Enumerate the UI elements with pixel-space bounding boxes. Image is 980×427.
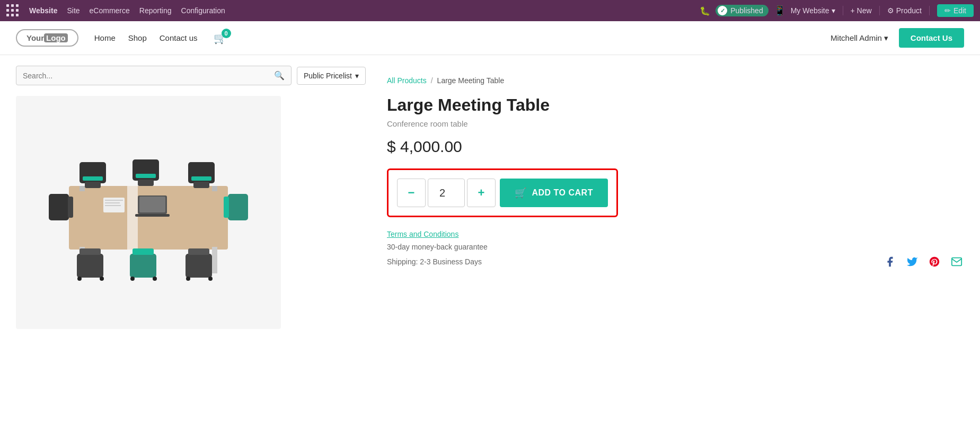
quantity-increase-button[interactable]: + [467, 179, 496, 207]
my-website-dropdown[interactable]: My Website ▾ [791, 6, 835, 15]
svg-rect-30 [136, 174, 156, 178]
search-input-wrap[interactable]: 🔍 [16, 66, 292, 85]
product-subtitle: Conference room table [387, 119, 964, 128]
svg-rect-1 [127, 186, 138, 250]
gear-icon: ⚙ [887, 6, 894, 15]
edit-button[interactable]: ✏ Edit [937, 4, 974, 17]
cart-button-icon: 🛒 [515, 187, 527, 199]
new-button[interactable]: + New [851, 6, 872, 15]
admin-divider [843, 6, 843, 15]
admin-nav-reporting[interactable]: Reporting [139, 6, 172, 15]
twitter-icon[interactable] [905, 254, 920, 269]
notification-icon[interactable]: 🐛 [700, 6, 710, 16]
user-dropdown[interactable]: Mitchell Admin ▾ [831, 33, 888, 43]
published-badge[interactable]: ✓ Published [716, 5, 769, 16]
pinterest-icon[interactable] [927, 254, 942, 269]
breadcrumb: All Products / Large Meeting Table [387, 76, 964, 85]
nav-contact[interactable]: Contact us [160, 33, 198, 42]
svg-rect-16 [186, 254, 212, 278]
svg-rect-13 [80, 248, 101, 255]
quantity-input[interactable] [428, 179, 465, 207]
pricelist-dropdown[interactable]: Public Pricelist ▾ [297, 67, 366, 85]
svg-rect-5 [212, 186, 217, 191]
admin-nav-site[interactable]: Site [67, 6, 80, 15]
svg-point-36 [186, 277, 190, 281]
check-circle-icon: ✓ [718, 6, 727, 15]
product-svg [27, 106, 270, 318]
svg-rect-20 [228, 194, 248, 220]
admin-bar: Website Site eCommerce Reporting Configu… [0, 0, 980, 21]
svg-rect-31 [191, 176, 211, 181]
logo-your: Your [27, 33, 44, 42]
search-icon: 🔍 [274, 70, 285, 81]
svg-rect-18 [49, 194, 69, 220]
nav-shop[interactable]: Shop [128, 33, 147, 42]
left-panel: 🔍 Public Pricelist ▾ [16, 66, 366, 329]
product-button[interactable]: ⚙ Product [887, 6, 922, 15]
add-to-cart-section: − + 🛒 ADD TO CART [387, 168, 618, 217]
svg-rect-15 [133, 248, 154, 255]
svg-rect-3 [212, 247, 217, 273]
admin-divider-3 [929, 6, 930, 15]
main-content: 🔍 Public Pricelist ▾ [0, 66, 980, 329]
svg-rect-19 [68, 197, 73, 218]
logo[interactable]: Your Logo [16, 29, 78, 47]
user-label: Mitchell Admin [831, 33, 882, 42]
svg-rect-28 [105, 205, 121, 206]
breadcrumb-current: Large Meeting Table [437, 76, 505, 85]
svg-point-32 [77, 277, 82, 281]
site-navigation: Your Logo Home Shop Contact us 🛒 0 Mitch… [0, 21, 980, 55]
svg-rect-4 [80, 186, 85, 191]
nav-home[interactable]: Home [94, 33, 116, 42]
right-panel: All Products / Large Meeting Table Large… [387, 66, 964, 329]
new-label: + New [851, 6, 872, 15]
admin-divider-2 [879, 6, 880, 15]
app-grid-icon[interactable] [6, 4, 20, 17]
pricelist-chevron-icon: ▾ [355, 72, 359, 80]
search-input[interactable] [23, 72, 274, 80]
contact-us-button[interactable]: Contact Us [899, 28, 964, 48]
svg-rect-7 [85, 182, 101, 188]
product-label: Product [896, 6, 922, 15]
product-title: Large Meeting Table [387, 95, 964, 115]
facebook-icon[interactable] [882, 254, 897, 269]
search-row: 🔍 Public Pricelist ▾ [16, 66, 366, 85]
svg-rect-26 [105, 200, 123, 201]
svg-point-34 [130, 277, 135, 281]
svg-rect-29 [83, 176, 103, 181]
mobile-view-icon[interactable]: 📱 [774, 5, 785, 16]
nav-links: Home Shop Contact us [94, 33, 198, 42]
svg-point-33 [100, 277, 104, 281]
website-label[interactable]: Website [29, 6, 57, 15]
breadcrumb-separator: / [431, 76, 433, 85]
logo-logo: Logo [44, 33, 68, 42]
breadcrumb-all-products[interactable]: All Products [387, 76, 427, 85]
svg-point-35 [153, 277, 157, 281]
svg-rect-24 [135, 214, 170, 217]
money-back-text: 30-day money-back guarantee [387, 243, 964, 251]
quantity-decrease-button[interactable]: − [397, 179, 426, 207]
edit-label: Edit [953, 6, 966, 15]
product-image [16, 96, 281, 329]
svg-rect-11 [193, 182, 209, 188]
add-to-cart-button[interactable]: 🛒 ADD TO CART [500, 179, 608, 207]
pricelist-label: Public Pricelist [304, 72, 352, 80]
svg-rect-27 [105, 202, 120, 203]
admin-nav-configuration[interactable]: Configuration [181, 6, 225, 15]
terms-link[interactable]: Terms and Conditions [387, 230, 964, 238]
admin-nav-ecommerce[interactable]: eCommerce [90, 6, 130, 15]
shipping-row: Shipping: 2-3 Business Days [387, 254, 964, 269]
svg-rect-9 [138, 180, 154, 186]
shipping-text: Shipping: 2-3 Business Days [387, 257, 482, 266]
social-icons [882, 254, 964, 269]
my-website-label: My Website [791, 6, 829, 15]
svg-rect-17 [188, 248, 209, 255]
svg-point-37 [208, 277, 213, 281]
published-label: Published [730, 6, 763, 15]
chevron-down-icon: ▾ [832, 6, 835, 15]
svg-rect-21 [224, 197, 229, 218]
svg-rect-14 [130, 254, 156, 278]
cart-icon-wrap[interactable]: 🛒 0 [214, 32, 227, 45]
product-price: $ 4,000.00 [387, 138, 964, 156]
email-icon[interactable] [949, 254, 964, 269]
